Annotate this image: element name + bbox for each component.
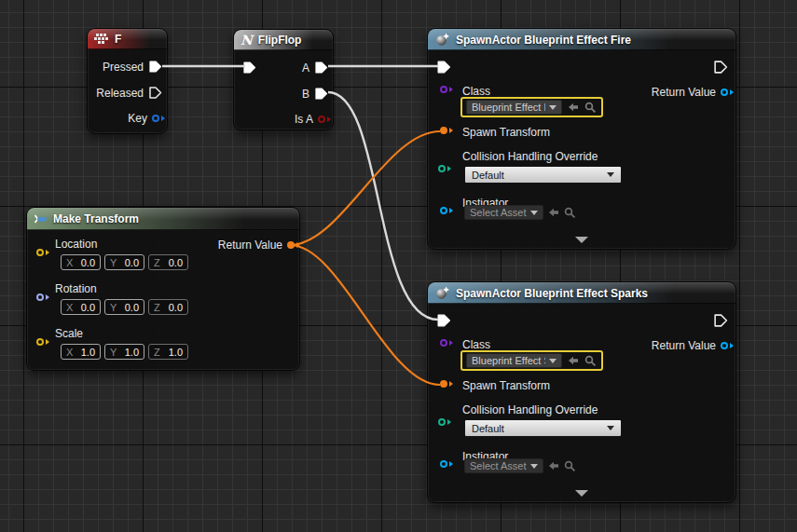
location-z-field[interactable]: Z0.0 — [148, 254, 188, 270]
exec-pin-in[interactable] — [242, 61, 256, 75]
exec-pin-pressed[interactable] — [148, 60, 162, 74]
location-x-field[interactable]: X0.0 — [61, 254, 101, 270]
use-selected-arrow-icon[interactable] — [568, 355, 579, 366]
use-selected-arrow-icon[interactable] — [548, 460, 559, 471]
use-selected-arrow-icon[interactable] — [568, 102, 579, 113]
axis-value: 0.0 — [81, 302, 95, 313]
pin-row-b: B — [302, 87, 328, 101]
scale-x-field[interactable]: X1.0 — [61, 344, 101, 360]
axis-value: 0.0 — [125, 257, 139, 268]
node-header-f[interactable]: F — [88, 29, 167, 49]
class-pin[interactable] — [440, 339, 447, 347]
browse-magnifier-icon[interactable] — [564, 460, 576, 472]
node-header-sparks[interactable]: SpawnActor Blueprint Effect Sparks — [428, 282, 735, 304]
axis-value: 1.0 — [169, 347, 183, 358]
pin-label-b: B — [302, 88, 309, 101]
chevron-down-icon — [549, 105, 557, 110]
use-selected-arrow-icon[interactable] — [548, 207, 559, 218]
wire-exec-b-to-sparks[interactable] — [328, 92, 438, 320]
rotation-pin[interactable] — [36, 293, 44, 301]
exec-pin-released[interactable] — [148, 86, 162, 100]
location-label: Location — [55, 238, 97, 251]
collision-pin[interactable] — [438, 165, 446, 172]
location-pin[interactable] — [36, 249, 44, 256]
pin-label-released: Released — [96, 87, 144, 100]
class-dropdown[interactable]: Blueprint Effect F — [466, 100, 562, 115]
chevron-down-icon — [607, 426, 614, 430]
node-expand-arrow[interactable] — [575, 237, 588, 243]
axis-value: 0.0 — [125, 302, 139, 313]
chevron-down-icon — [607, 172, 614, 177]
collision-dropdown[interactable]: Default — [464, 166, 622, 184]
node-make-transform[interactable]: Make Transform Return Value Location X0.… — [26, 207, 300, 371]
instigator-picker: Select Asset — [464, 205, 576, 220]
exec-pin-a[interactable] — [314, 61, 328, 75]
return-value-pin[interactable] — [721, 342, 728, 349]
node-title: FlipFlop — [258, 34, 302, 47]
node-header-make-transform[interactable]: Make Transform — [27, 208, 299, 230]
instigator-asset-dropdown[interactable]: Select Asset — [464, 458, 543, 473]
bool-pin-is-a[interactable] — [318, 116, 325, 123]
exec-pin-in[interactable] — [436, 313, 451, 328]
collision-pin[interactable] — [438, 418, 446, 426]
scale-z-field[interactable]: Z1.0 — [148, 344, 188, 360]
collision-dropdown[interactable]: Default — [464, 419, 622, 437]
class-picker-highlight: Blueprint Effect F — [460, 97, 603, 117]
axis-label: X — [66, 347, 73, 358]
rotation-y-field[interactable]: Y0.0 — [104, 299, 144, 315]
class-pin[interactable] — [440, 86, 447, 93]
scale-pin[interactable] — [36, 338, 44, 346]
collision-label: Collision Handling Override — [462, 150, 598, 163]
pin-label-is-a: Is A — [295, 113, 313, 126]
wire-transform-to-fire-spawn-transform[interactable] — [290, 131, 440, 245]
rotation-x-field[interactable]: X0.0 — [61, 299, 101, 315]
class-dropdown-value: Blueprint Effect F — [472, 102, 545, 113]
node-expand-arrow[interactable] — [575, 490, 588, 497]
class-label: Class — [462, 338, 490, 351]
spawn-transform-pin[interactable] — [440, 380, 447, 388]
instigator-pin[interactable] — [440, 460, 447, 468]
instigator-picker: Select Asset — [464, 458, 576, 473]
rotation-values: X0.0 Y0.0 Z0.0 — [61, 299, 188, 315]
browse-magnifier-icon[interactable] — [584, 102, 597, 114]
node-header-fire[interactable]: SpawnActor Blueprint Effect Fire — [428, 29, 735, 50]
keyboard-icon — [94, 34, 109, 45]
class-picker-highlight: Blueprint Effect S — [460, 350, 603, 371]
instigator-asset-dropdown[interactable]: Select Asset — [464, 205, 543, 220]
return-value-pin[interactable] — [721, 89, 728, 96]
blueprint-graph-canvas[interactable]: F Pressed Released Key N FlipFlop A B — [0, 0, 797, 532]
scale-y-field[interactable]: Y1.0 — [104, 344, 144, 360]
class-label: Class — [462, 85, 490, 98]
collision-dropdown-value: Default — [472, 170, 504, 181]
exec-pin-out[interactable] — [713, 60, 728, 75]
axis-label: Y — [110, 302, 117, 313]
browse-magnifier-icon[interactable] — [564, 207, 576, 219]
collision-dropdown-value: Default — [472, 423, 504, 434]
key-struct-pin[interactable] — [152, 115, 159, 122]
pin-label-key: Key — [128, 112, 147, 125]
node-spawnactor-sparks[interactable]: SpawnActor Blueprint Effect Sparks Class… — [427, 281, 736, 503]
node-flipflop[interactable]: N FlipFlop A B Is A — [233, 29, 334, 130]
rotation-label: Rotation — [55, 282, 97, 295]
browse-magnifier-icon[interactable] — [584, 355, 597, 367]
exec-pin-in[interactable] — [436, 60, 451, 75]
scale-values: X1.0 Y1.0 Z1.0 — [61, 344, 188, 360]
pin-label-a: A — [302, 61, 309, 75]
return-value-label: Return Value — [652, 86, 716, 99]
return-value-pin[interactable] — [287, 241, 295, 249]
location-y-field[interactable]: Y0.0 — [104, 254, 144, 270]
spawn-transform-pin[interactable] — [440, 127, 447, 134]
exec-pin-out[interactable] — [713, 313, 728, 328]
node-spawnactor-fire[interactable]: SpawnActor Blueprint Effect Fire Class R… — [427, 28, 736, 250]
rotation-z-field[interactable]: Z0.0 — [148, 299, 188, 315]
pin-row-pressed: Pressed — [103, 60, 162, 74]
axis-label: Y — [110, 347, 117, 358]
return-value-label: Return Value — [218, 239, 282, 252]
node-header-flipflop[interactable]: N FlipFlop — [234, 30, 333, 50]
exec-pin-b[interactable] — [314, 87, 328, 101]
wire-transform-to-sparks-spawn-transform[interactable] — [290, 245, 440, 385]
class-dropdown[interactable]: Blueprint Effect S — [466, 353, 562, 368]
axis-label: X — [66, 302, 73, 313]
instigator-pin[interactable] — [440, 207, 447, 214]
node-input-key-f[interactable]: F Pressed Released Key — [87, 28, 168, 134]
